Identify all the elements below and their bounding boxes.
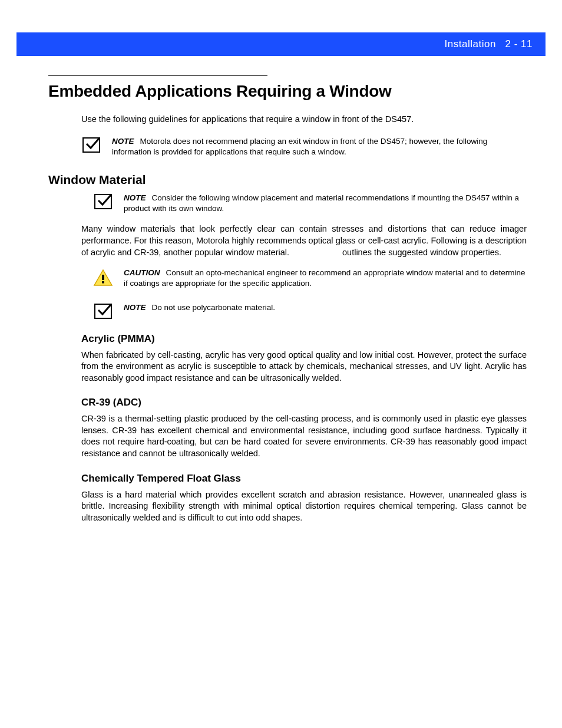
heading-rule [48, 75, 267, 76]
note-1-text: NOTEMotorola does not recommend placing … [112, 136, 527, 157]
note-3-body: Do not use polycarbonate material. [152, 303, 275, 312]
header-page: 2 - 11 [505, 38, 533, 50]
header-section: Installation [445, 38, 496, 50]
note-1-body: Motorola does not recommend placing an e… [112, 137, 487, 156]
note-label: NOTE [112, 137, 134, 146]
materials-text-b: outlines the suggested window properties… [342, 248, 501, 257]
note-3-text: NOTEDo not use polycarbonate material. [124, 302, 275, 313]
intro-paragraph: Use the following guidelines for applica… [81, 114, 527, 126]
caution-label: CAUTION [124, 268, 160, 277]
h2-window-material: Window Material [48, 173, 527, 187]
note-2-body: Consider the following window placement … [124, 193, 519, 213]
caution-text: CAUTIONConsult an opto-mechanical engine… [124, 268, 527, 289]
check-icon [93, 193, 113, 209]
note-2-text: NOTEConsider the following window placem… [124, 193, 527, 214]
check-icon [93, 302, 113, 319]
caution-body: Consult an opto-mechanical engineer to r… [124, 268, 525, 288]
materials-paragraph: Many window materials that look perfectl… [81, 223, 527, 258]
h1-embedded-apps: Embedded Applications Requiring a Window [48, 82, 527, 101]
header-text: Installation 2 - 11 [445, 38, 533, 50]
note-label: NOTE [124, 193, 146, 202]
h3-glass: Chemically Tempered Float Glass [81, 473, 527, 485]
glass-text: Glass is a hard material which provides … [81, 489, 527, 524]
acrylic-text: When fabricated by cell-casting, acrylic… [81, 350, 527, 384]
check-icon [81, 136, 101, 153]
note-label: NOTE [124, 303, 146, 312]
note-callout-3: NOTEDo not use polycarbonate material. [93, 302, 527, 319]
caution-callout: CAUTIONConsult an opto-mechanical engine… [93, 268, 527, 289]
note-callout-1: NOTEMotorola does not recommend placing … [81, 136, 527, 157]
warning-icon [93, 268, 113, 286]
note-callout-2: NOTEConsider the following window placem… [93, 193, 527, 214]
cr39-text: CR-39 is a thermal-setting plastic produ… [81, 413, 527, 459]
svg-rect-0 [102, 275, 104, 280]
page-header: Installation 2 - 11 [16, 32, 546, 56]
h3-cr39: CR-39 (ADC) [81, 397, 527, 409]
h3-acrylic: Acrylic (PMMA) [81, 333, 527, 345]
svg-rect-1 [102, 281, 104, 284]
page-content: Embedded Applications Requiring a Window… [48, 75, 527, 527]
